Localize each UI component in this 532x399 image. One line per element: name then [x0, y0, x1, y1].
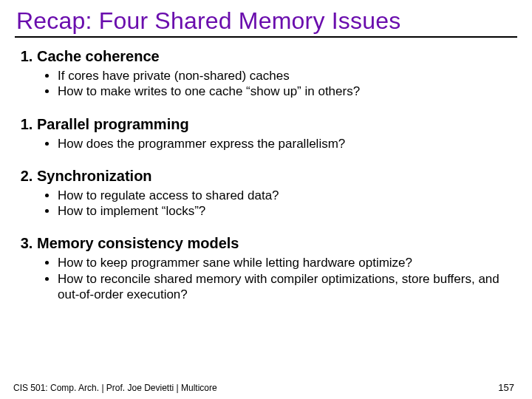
issue-bullet: How to keep programmer sane while lettin…: [58, 255, 516, 270]
issue-sublist: How to regulate access to shared data? H…: [37, 188, 516, 219]
issue-item: Memory consistency models How to keep pr…: [37, 235, 516, 302]
issue-item: Parallel programming How does the progra…: [37, 116, 516, 151]
issue-heading: Memory consistency models: [37, 235, 239, 251]
page-number: 157: [498, 382, 514, 393]
issue-bullet: If cores have private (non-shared) cache…: [58, 68, 516, 83]
issue-bullet: How to reconcile shared memory with comp…: [58, 271, 516, 303]
slide-title: Recap: Four Shared Memory Issues: [16, 7, 516, 35]
title-underline: [15, 36, 517, 38]
issues-list: Cache coherence If cores have private (n…: [16, 48, 516, 302]
issue-bullet: How does the programmer express the para…: [58, 136, 516, 151]
slide: Recap: Four Shared Memory Issues Cache c…: [0, 0, 532, 399]
issue-item: Cache coherence If cores have private (n…: [37, 48, 516, 100]
issue-heading: Parallel programming: [37, 116, 189, 132]
issue-sublist: How does the programmer express the para…: [37, 136, 516, 151]
issue-heading: Synchronization: [37, 168, 152, 184]
issue-sublist: If cores have private (non-shared) cache…: [37, 68, 516, 100]
footer-text: CIS 501: Comp. Arch. | Prof. Joe Deviett…: [13, 383, 217, 393]
issue-sublist: How to keep programmer sane while lettin…: [37, 255, 516, 302]
issue-bullet: How to regulate access to shared data?: [58, 188, 516, 203]
issue-bullet: How to implement “locks”?: [58, 203, 516, 219]
issue-heading: Cache coherence: [37, 48, 160, 64]
issue-bullet: How to make writes to one cache “show up…: [58, 83, 516, 99]
issue-item: Synchronization How to regulate access t…: [37, 168, 516, 219]
